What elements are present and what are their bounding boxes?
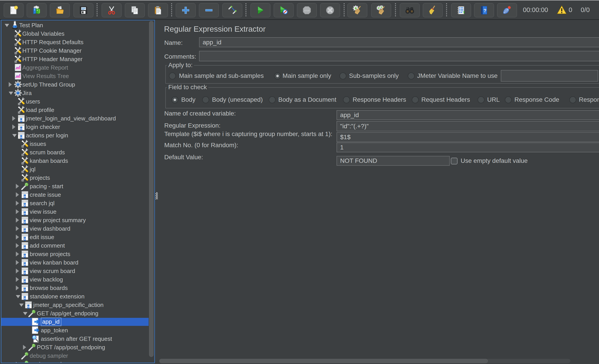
svg-text:?: ? xyxy=(483,8,486,13)
svg-text:STOP: STOP xyxy=(304,9,309,12)
